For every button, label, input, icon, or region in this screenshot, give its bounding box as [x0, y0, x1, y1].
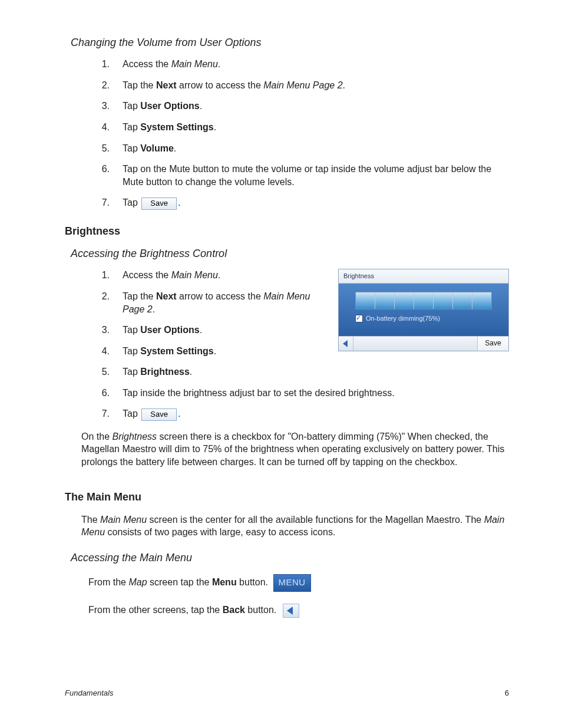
footer-page: 6	[505, 688, 509, 699]
menu-button: MENU	[273, 574, 311, 591]
step-number: 2.	[88, 290, 123, 315]
step-body: Tap System Settings.	[123, 121, 509, 134]
text-run: System Settings	[140, 346, 213, 356]
slider-segment	[414, 292, 434, 309]
list-item: 2.Tap the Next arrow to access the Main …	[65, 290, 326, 315]
list-item: 7.Tap Save.	[65, 407, 509, 420]
text-run: Brightness	[140, 367, 190, 377]
footer-title: Fundamentals	[65, 688, 113, 699]
text-run: Main Menu	[171, 59, 218, 69]
text-run: User Options	[140, 101, 199, 111]
slider-segment	[375, 292, 395, 309]
sec2-steps-bottom: 5.Tap Brightness.6.Tap inside the bright…	[65, 365, 509, 420]
step-body: Tap on the Mute button to mute the volum…	[123, 163, 509, 188]
text-run: .	[218, 59, 220, 69]
sec3-paragraph: The Main Menu screen is the center for a…	[81, 513, 509, 539]
text-run: screen is the center for all the availab…	[147, 515, 484, 525]
sec2-paragraph: On the Brightness screen there is a chec…	[81, 430, 509, 469]
brightness-checkbox: On-battery dimming(75%)	[355, 314, 498, 323]
text-run: From the	[88, 577, 128, 587]
document-page: Changing the Volume from User Options 1.…	[0, 0, 562, 728]
text-run: Tap	[123, 122, 140, 132]
text-run: .	[214, 122, 216, 132]
text-run: User Options	[140, 325, 199, 335]
text-run: On the	[81, 431, 112, 442]
step-number: 1.	[88, 269, 123, 282]
slider-segment	[395, 292, 414, 309]
text-run: .	[174, 143, 176, 153]
step-body: Tap User Options.	[123, 100, 509, 113]
step-body: Access the Main Menu.	[123, 269, 326, 282]
list-item: 4.Tap System Settings.	[65, 345, 326, 358]
step-body: Tap System Settings.	[123, 345, 326, 358]
save-button: Save	[141, 409, 177, 421]
list-item: 6.Tap on the Mute button to mute the vol…	[65, 163, 509, 188]
brightness-slider	[355, 292, 492, 309]
brightness-title: Brightness	[339, 269, 508, 284]
text-run: .	[214, 346, 216, 356]
brightness-screenshot: Brightness On-battery dimming(75%) Save	[338, 269, 509, 351]
sec2-sub: Accessing the Brightness Control	[71, 246, 509, 261]
text-run: Main Menu Page 2	[263, 80, 342, 90]
sec1-heading: Changing the Volume from User Options	[71, 35, 509, 50]
step-number: 3.	[88, 100, 123, 113]
brightness-save-button: Save	[477, 337, 508, 351]
checkbox-label: On-battery dimming(75%)	[366, 314, 440, 323]
text-run: Tap on the Mute button to mute the volum…	[123, 164, 491, 187]
text-run: Tap	[123, 367, 140, 377]
list-item: 7.Tap Save.	[65, 196, 509, 209]
text-run: button.	[237, 577, 271, 587]
step-number: 2.	[88, 79, 123, 92]
text-run: Brightness	[112, 431, 157, 442]
text-run: Back	[223, 605, 245, 615]
step-number: 5.	[88, 365, 123, 378]
sec3-line1: From the Map screen tap the Menu button.…	[88, 574, 509, 591]
text-run: Tap	[123, 197, 140, 207]
step-number: 7.	[88, 196, 123, 209]
text-run: Tap the	[123, 80, 156, 90]
step-body: Tap the Next arrow to access the Main Me…	[123, 290, 326, 315]
list-item: 1.Access the Main Menu.	[65, 58, 509, 71]
step-number: 4.	[88, 121, 123, 134]
text-run: Next	[156, 291, 177, 301]
text-run: .	[218, 270, 220, 280]
text-run: .	[200, 325, 202, 335]
step-body: Tap Volume.	[123, 142, 509, 155]
text-run: Tap	[123, 409, 140, 419]
text-run: .	[153, 304, 155, 314]
slider-segment	[434, 292, 453, 309]
sec2-steps-top: 1.Access the Main Menu.2.Tap the Next ar…	[65, 269, 326, 357]
step-number: 5.	[88, 142, 123, 155]
step-body: Tap the Next arrow to access the Main Me…	[123, 79, 509, 92]
list-item: 6.Tap inside the brightness adjust bar t…	[65, 387, 509, 400]
step-number: 4.	[88, 345, 123, 358]
step-body: Tap inside the brightness adjust bar to …	[123, 387, 509, 400]
text-run: Map	[128, 577, 147, 587]
text-run: The	[81, 515, 100, 525]
sec3-heading: The Main Menu	[65, 490, 509, 504]
text-run: Main Menu	[171, 270, 218, 280]
step-number: 6.	[88, 387, 123, 400]
brightness-back-icon	[339, 337, 353, 351]
text-run: Next	[156, 80, 177, 90]
text-run: System Settings	[140, 122, 213, 132]
step-number: 7.	[88, 407, 123, 420]
sec3-line2: From the other screens, tap the Back but…	[88, 604, 509, 618]
step-number: 1.	[88, 58, 123, 71]
text-run: arrow to access the	[177, 291, 264, 301]
list-item: 1.Access the Main Menu.	[65, 269, 326, 282]
text-run: consists of two pages with large, easy t…	[105, 527, 335, 537]
list-item: 3.Tap User Options.	[65, 100, 509, 113]
slider-segment	[453, 292, 472, 309]
sec3-sub: Accessing the Main Menu	[71, 551, 509, 565]
text-run: .	[178, 409, 180, 419]
text-run: .	[343, 80, 345, 90]
text-run: Menu	[212, 577, 237, 587]
text-run: Tap the	[123, 291, 156, 301]
text-run: .	[178, 197, 180, 207]
checkbox-icon	[355, 315, 363, 322]
list-item: 4.Tap System Settings.	[65, 121, 509, 134]
slider-segment	[356, 292, 375, 309]
slider-segment	[472, 292, 491, 309]
list-item: 5.Tap Brightness.	[65, 365, 509, 378]
